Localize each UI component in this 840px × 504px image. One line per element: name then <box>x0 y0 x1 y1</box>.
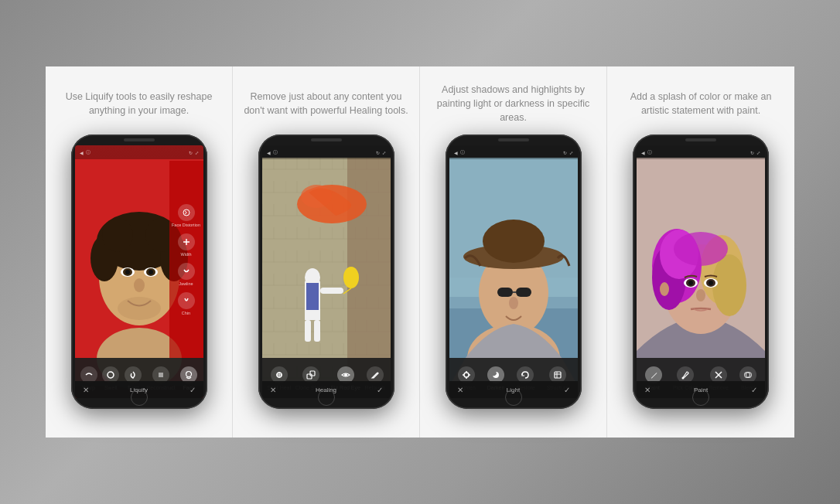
screen-liquify-bg: ◀ ⓘ ↻ ⤢ <box>75 145 203 398</box>
svg-rect-48 <box>497 288 513 297</box>
panel-chin: Chin <box>178 292 195 315</box>
svg-point-71 <box>688 281 693 285</box>
svg-point-74 <box>709 281 713 285</box>
phone-screen-liquify: ◀ ⓘ ↻ ⤢ <box>75 145 203 398</box>
chin-icon <box>178 292 195 309</box>
svg-point-14 <box>134 278 145 292</box>
svg-point-47 <box>483 220 545 263</box>
close-button-1[interactable]: ✕ <box>83 386 89 394</box>
phone-screen-light: ◀ ⓘ ↻ ⤢ <box>449 145 578 398</box>
confirm-button-3[interactable]: ✓ <box>564 386 570 394</box>
svg-point-40 <box>344 373 347 376</box>
svg-point-18 <box>186 371 192 376</box>
svg-point-6 <box>102 218 133 252</box>
status-bar-4: ◀ ⓘ ↻ ⤢ <box>637 145 765 159</box>
phone-home-4 <box>692 389 709 406</box>
svg-point-76 <box>660 282 669 296</box>
svg-point-10 <box>125 270 130 274</box>
card-light-title: Adjust shadows and highlights by paintin… <box>429 83 597 124</box>
feature-cards-container: Use Liquify tools to easily reshape anyt… <box>46 66 794 438</box>
status-icons-1r: ↻ ⤢ <box>189 150 199 155</box>
status-icons-1: ◀ ⓘ <box>80 149 90 156</box>
card-liquify-title: Use Liquify tools to easily reshape anyt… <box>55 83 223 124</box>
panel-distortion-label: Face Distortion <box>172 223 200 227</box>
svg-point-64 <box>712 254 746 316</box>
panel-chin-label: Chin <box>182 311 190 315</box>
close-button-2[interactable]: ✕ <box>270 386 276 394</box>
status-icons-2: ◀ ⓘ <box>267 149 278 156</box>
status-icons-3r: ↻ ⤢ <box>563 150 573 155</box>
svg-point-68 <box>674 232 728 266</box>
panel-jawline: Jawline <box>178 263 195 286</box>
phone-frame-healing: ◀ ⓘ ↻ ⤢ <box>258 135 394 409</box>
phone-healing: ◀ ⓘ ↻ ⤢ <box>258 135 394 409</box>
phone-frame-paint: ◀ ⓘ ↻ ⤢ <box>633 135 769 409</box>
svg-rect-57 <box>555 372 561 378</box>
panel-width: Width <box>178 233 195 257</box>
card-light: Adjust shadows and highlights by paintin… <box>420 66 607 438</box>
status-bar-3: ◀ ⓘ ↻ ⤢ <box>449 145 578 159</box>
phone-home-1 <box>131 389 148 406</box>
panel-distortion: Face Distortion <box>172 204 200 227</box>
svg-rect-32 <box>305 320 311 342</box>
status-bar-2: ◀ ⓘ ↻ ⤢ <box>262 145 391 159</box>
status-bar-1: ◀ ⓘ ↻ ⤢ <box>75 145 203 159</box>
card-healing-title: Remove just about any content you don't … <box>242 83 410 124</box>
card-paint: Add a splash of color or make an artisti… <box>607 66 794 438</box>
phone-liquify: ◀ ⓘ ↻ ⤢ <box>71 135 207 409</box>
panel-jawline-label: Jawline <box>179 281 193 286</box>
card-liquify: Use Liquify tools to easily reshape anyt… <box>46 66 233 438</box>
screen-paint-bg: ◀ ⓘ ↻ ⤢ <box>637 145 765 398</box>
phone-frame-liquify: ◀ ⓘ ↻ ⤢ <box>71 135 207 409</box>
phone-light: ◀ ⓘ ↻ ⤢ <box>446 135 582 409</box>
svg-point-77 <box>681 376 684 379</box>
phone-speaker-4 <box>685 138 716 141</box>
width-icon <box>178 233 195 250</box>
phone-home-2 <box>318 389 335 406</box>
svg-point-51 <box>509 297 518 309</box>
svg-point-17 <box>108 372 114 378</box>
screen-light-bg: ◀ ⓘ ↻ ⤢ <box>449 145 578 398</box>
svg-rect-39 <box>310 371 315 376</box>
status-icons-3: ◀ ⓘ <box>454 149 465 156</box>
card-paint-title: Add a splash of color or make an artisti… <box>616 83 785 124</box>
svg-rect-29 <box>320 288 343 294</box>
close-button-4[interactable]: ✕ <box>644 386 650 394</box>
card-healing: Remove just about any content you don't … <box>233 66 420 438</box>
svg-point-75 <box>696 289 705 301</box>
svg-rect-33 <box>314 320 320 342</box>
jawline-icon <box>178 263 195 280</box>
svg-point-52 <box>464 373 469 377</box>
close-button-3[interactable]: ✕ <box>457 386 463 394</box>
confirm-button-2[interactable]: ✓ <box>377 386 383 394</box>
status-icons-4r: ↻ ⤢ <box>750 150 760 155</box>
phone-speaker-2 <box>311 138 342 141</box>
status-icons-4: ◀ ⓘ <box>641 149 652 156</box>
status-icons-2r: ↻ ⤢ <box>376 150 386 155</box>
phone-paint: ◀ ⓘ ↻ ⤢ <box>633 135 769 409</box>
svg-point-15 <box>118 297 161 320</box>
phone-speaker-3 <box>498 138 529 141</box>
phone-speaker-1 <box>124 138 155 141</box>
svg-rect-49 <box>516 288 531 297</box>
confirm-button-1[interactable]: ✓ <box>190 386 196 394</box>
svg-rect-38 <box>307 374 312 379</box>
phone-home-3 <box>505 389 522 406</box>
svg-point-13 <box>149 270 153 274</box>
phone-screen-paint: ◀ ⓘ ↻ ⤢ <box>637 145 765 398</box>
svg-point-30 <box>343 267 359 288</box>
phone-screen-healing: ◀ ⓘ ↻ ⤢ <box>262 145 391 398</box>
distortion-icon <box>178 204 195 221</box>
confirm-button-4[interactable]: ✓ <box>751 386 757 394</box>
panel-width-label: Width <box>180 252 191 257</box>
phone-frame-light: ◀ ⓘ ↻ ⤢ <box>446 135 582 409</box>
screen-healing-bg: ◀ ⓘ ↻ ⤢ <box>262 145 391 398</box>
face-panel: Face Distortion Width <box>169 161 203 358</box>
svg-rect-34 <box>306 283 319 310</box>
